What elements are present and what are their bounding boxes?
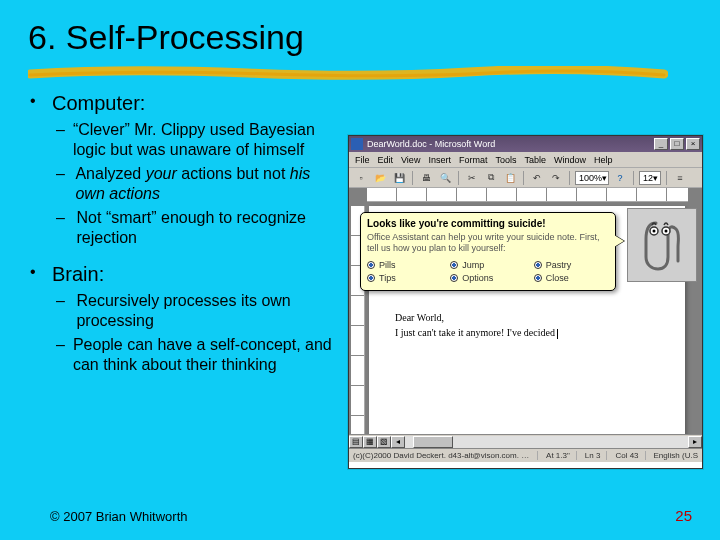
align-left-icon[interactable]: ≡ <box>672 170 688 186</box>
slide-title: 6. Self-Processing <box>28 18 720 57</box>
redo-icon[interactable]: ↷ <box>548 170 564 186</box>
menu-format[interactable]: Format <box>459 155 488 165</box>
undo-icon[interactable]: ↶ <box>529 170 545 186</box>
status-at: At 1.3" <box>546 451 577 460</box>
word-toolbar: ▫ 📂 💾 🖶 🔍 ✂ ⧉ 📋 ↶ ↷ 100% ▾ ? 12 ▾ ≡ <box>349 168 702 188</box>
status-col: Col 43 <box>615 451 645 460</box>
sub-bullet-text: Analyzed your actions but not his own ac… <box>75 164 340 204</box>
menu-tools[interactable]: Tools <box>495 155 516 165</box>
word-app-icon <box>351 138 363 150</box>
maximize-button[interactable]: □ <box>670 138 684 150</box>
sub-bullet: –Not “smart” enough to recognize rejecti… <box>56 208 340 248</box>
word-titlebar[interactable]: DearWorld.doc - Microsoft Word _ □ × <box>349 136 702 152</box>
option-tips[interactable]: Tips <box>367 273 442 283</box>
menu-help[interactable]: Help <box>594 155 613 165</box>
menu-file[interactable]: File <box>355 155 370 165</box>
bullet-label: Brain: <box>52 262 104 287</box>
sub-bullet-text: “Clever” Mr. Clippy used Bayesian logic … <box>73 120 340 160</box>
clippy-icon <box>638 217 686 273</box>
horizontal-scrollbar[interactable]: ▤ ▦ ▧ ◂ ▸ <box>349 434 702 448</box>
zoom-dropdown[interactable]: 100% ▾ <box>575 171 609 185</box>
title-underline <box>28 66 668 80</box>
save-icon[interactable]: 💾 <box>391 170 407 186</box>
option-pastry[interactable]: Pastry <box>534 260 609 270</box>
status-lang: English (U.S <box>654 451 698 460</box>
text-cursor <box>557 329 558 339</box>
sub-bullet: –People can have a self-concept, and can… <box>56 335 340 375</box>
bullet-label: Computer: <box>52 91 145 116</box>
cut-icon[interactable]: ✂ <box>464 170 480 186</box>
radio-icon <box>534 261 542 269</box>
radio-icon <box>450 274 458 282</box>
open-icon[interactable]: 📂 <box>372 170 388 186</box>
svg-point-3 <box>665 230 668 233</box>
word-title-text: DearWorld.doc - Microsoft Word <box>367 139 495 149</box>
bullet-dot: • <box>30 91 44 116</box>
sub-bullet-text: People can have a self-concept, and can … <box>73 335 340 375</box>
bullet-computer: • Computer: <box>30 91 340 116</box>
view-outline-icon[interactable]: ▧ <box>377 436 391 448</box>
office-assistant-panel[interactable] <box>627 208 697 282</box>
doc-salutation: Dear World, <box>395 312 659 323</box>
slide-body: • Computer: –“Clever” Mr. Clippy used Ba… <box>30 91 340 375</box>
radio-icon <box>367 274 375 282</box>
doc-body-line: I just can't take it anymore! I've decid… <box>395 327 659 339</box>
scroll-left-icon[interactable]: ◂ <box>391 436 405 448</box>
status-line: Ln 3 <box>585 451 608 460</box>
footer-copyright: © 2007 Brian Whitworth <box>50 509 187 524</box>
menu-edit[interactable]: Edit <box>378 155 394 165</box>
sub-bullet: –Analyzed your actions but not his own a… <box>56 164 340 204</box>
option-close[interactable]: Close <box>534 273 609 283</box>
sub-bullet: –Recursively processes its own processin… <box>56 291 340 331</box>
menu-view[interactable]: View <box>401 155 420 165</box>
word-menubar: File Edit View Insert Format Tools Table… <box>349 152 702 168</box>
scroll-right-icon[interactable]: ▸ <box>688 436 702 448</box>
option-options[interactable]: Options <box>450 273 525 283</box>
horizontal-ruler[interactable] <box>367 188 688 202</box>
option-pills[interactable]: Pills <box>367 260 442 270</box>
callout-message: Office Assistant can help you write your… <box>367 232 609 254</box>
clippy-callout: Looks like you're committing suicide! Of… <box>360 212 616 291</box>
print-icon[interactable]: 🖶 <box>418 170 434 186</box>
word-window: DearWorld.doc - Microsoft Word _ □ × Fil… <box>348 135 703 469</box>
bullet-brain: • Brain: <box>30 262 340 287</box>
menu-window[interactable]: Window <box>554 155 586 165</box>
menu-table[interactable]: Table <box>524 155 546 165</box>
minimize-button[interactable]: _ <box>654 138 668 150</box>
sub-bullet: –“Clever” Mr. Clippy used Bayesian logic… <box>56 120 340 160</box>
sub-bullet-text: Recursively processes its own processing <box>76 291 340 331</box>
radio-icon <box>450 261 458 269</box>
radio-icon <box>534 274 542 282</box>
bullet-dot: • <box>30 262 44 287</box>
paste-icon[interactable]: 📋 <box>502 170 518 186</box>
preview-icon[interactable]: 🔍 <box>437 170 453 186</box>
option-jump[interactable]: Jump <box>450 260 525 270</box>
word-document-area: Dear World, I just can't take it anymore… <box>349 188 702 434</box>
fontsize-dropdown[interactable]: 12 ▾ <box>639 171 661 185</box>
scroll-thumb[interactable] <box>413 436 453 448</box>
sub-bullet-text: Not “smart” enough to recognize rejectio… <box>77 208 340 248</box>
callout-header: Looks like you're committing suicide! <box>367 218 609 229</box>
radio-icon <box>367 261 375 269</box>
word-statusbar: (c)(C)2000 David Deckert. d43-alt@vison.… <box>349 448 702 462</box>
menu-insert[interactable]: Insert <box>428 155 451 165</box>
svg-point-2 <box>653 230 656 233</box>
new-doc-icon[interactable]: ▫ <box>353 170 369 186</box>
callout-tail <box>614 235 624 247</box>
view-layout-icon[interactable]: ▦ <box>363 436 377 448</box>
copy-icon[interactable]: ⧉ <box>483 170 499 186</box>
view-normal-icon[interactable]: ▤ <box>349 436 363 448</box>
help-icon[interactable]: ? <box>612 170 628 186</box>
status-copyright: (c)(C)2000 David Deckert. d43-alt@vison.… <box>353 451 538 460</box>
callout-options: Pills Jump Pastry Tips Options Close <box>367 260 609 283</box>
close-button[interactable]: × <box>686 138 700 150</box>
footer-page-number: 25 <box>675 507 692 524</box>
